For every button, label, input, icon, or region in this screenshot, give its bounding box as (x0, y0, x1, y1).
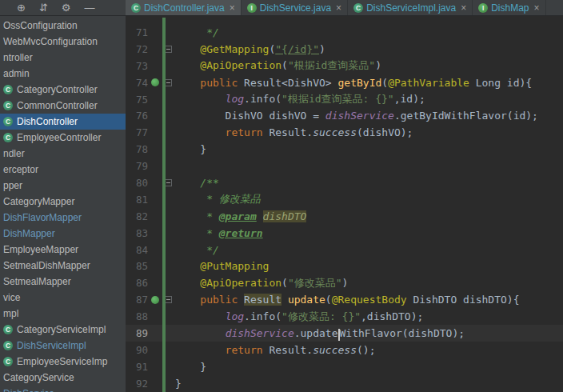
line-number: 86 (126, 277, 148, 289)
tab-label: DishServiceImpl.java (366, 2, 456, 14)
code-line-91[interactable]: 91 } (126, 358, 563, 375)
code-line-90[interactable]: 90 return Result.success(); (126, 342, 563, 358)
code-text: return Result.success(dishVO); (175, 126, 413, 138)
sort-icon[interactable]: ⇵ (39, 0, 48, 16)
project-item-webmvcconfiguration[interactable]: WebMvcConfiguration (0, 34, 126, 50)
project-item-ossconfiguration[interactable]: OssConfiguration (0, 18, 126, 34)
code-text: /** (175, 177, 219, 189)
project-item-categorycontroller[interactable]: CCategoryController (0, 82, 126, 98)
code-line-82[interactable]: 82 * @param dishDTO (126, 208, 563, 225)
project-item-setmealdishmapper[interactable]: SetmealDishMapper (0, 258, 126, 274)
code-text: DishVO dishVO = dishService.getByIdWithF… (175, 110, 538, 122)
project-item-employeemapper[interactable]: EmployeeMapper (0, 242, 126, 258)
project-item-setmealmapper[interactable]: SetmealMapper (0, 274, 126, 290)
project-item-label: EmployeeController (17, 132, 101, 143)
code-line-80[interactable]: 80 /** (126, 174, 563, 191)
code-line-76[interactable]: 76 DishVO dishVO = dishService.getByIdWi… (126, 107, 563, 124)
project-item-categoryservice[interactable]: CategoryService (0, 370, 126, 386)
code-line-73[interactable]: 73 @ApiOperation("根据id查询菜品") (126, 58, 563, 74)
project-item-admin[interactable]: admin (0, 66, 126, 82)
code-line-92[interactable]: 92} (126, 375, 563, 392)
tab-strip: CDishController.java×IDishService.java×C… (126, 0, 563, 15)
project-item-ndler[interactable]: ndler (0, 146, 126, 162)
code-line-83[interactable]: 83 * @return (126, 225, 563, 242)
project-item-dishcontroller[interactable]: CDishController (0, 114, 126, 130)
code-text: dishService.updateWithFlavor(dishDTO); (175, 327, 465, 339)
project-item-ntroller[interactable]: ntroller (0, 50, 126, 66)
code-line-72[interactable]: 72 @GetMapping("{/id}") (126, 41, 563, 58)
project-item-employeeserviceimp[interactable]: CEmployeeServiceImp (0, 354, 126, 370)
hide-panel-icon[interactable]: — (84, 0, 94, 16)
fold-collapse-icon[interactable] (165, 296, 172, 303)
code-text: log.info("修改菜品: {}",dishDTO); (175, 310, 423, 324)
code-editor[interactable]: 71 */72 @GetMapping("{/id}")73 @ApiOpera… (126, 16, 563, 392)
close-tab-icon[interactable]: × (534, 2, 540, 14)
project-item-categoryserviceimpl[interactable]: CCategoryServiceImpl (0, 322, 126, 338)
code-text: * @param dishDTO (175, 210, 306, 222)
code-line-87[interactable]: 87 public Result update(@RequestBody Dis… (126, 291, 563, 308)
project-item-label: SetmealMapper (3, 276, 71, 287)
project-item-label: mpl (3, 308, 18, 319)
project-item-label: vice (3, 292, 20, 303)
line-number: 91 (126, 361, 148, 373)
tab-dishserviceimpl-java[interactable]: CDishServiceImpl.java× (348, 0, 473, 15)
close-tab-icon[interactable]: × (336, 2, 341, 14)
code-line-79[interactable]: 79 (126, 158, 563, 174)
line-number: 79 (126, 160, 148, 172)
code-text: } (175, 361, 206, 373)
code-line-85[interactable]: 85 @PutMapping (126, 258, 563, 274)
code-text: public Result<DishVO> getById(@PathVaria… (175, 77, 532, 89)
fold-collapse-icon[interactable] (165, 79, 172, 86)
project-item-erceptor[interactable]: erceptor (0, 162, 126, 178)
tab-dishcontroller-java[interactable]: CDishController.java× (126, 0, 242, 15)
code-line-81[interactable]: 81 * 修改菜品 (126, 191, 563, 208)
project-item-dishflavormapper[interactable]: DishFlavorMapper (0, 210, 126, 226)
code-line-71[interactable]: 71 */ (126, 24, 563, 41)
text-caret (338, 329, 340, 341)
line-number: 77 (126, 126, 148, 138)
file-class-icon: C (353, 3, 363, 13)
class-icon: C (3, 101, 13, 110)
project-item-label: ntroller (3, 52, 33, 63)
project-item-vice[interactable]: vice (0, 290, 126, 306)
code-line-75[interactable]: 75 log.info("根据id查询菜品: {}",id); (126, 91, 563, 108)
project-item-dishservice[interactable]: DishService (0, 386, 126, 392)
project-item-label: ndler (3, 148, 25, 159)
tab-dishservice-java[interactable]: IDishService.java× (242, 0, 348, 15)
locate-file-icon[interactable]: ⊕ (17, 0, 26, 16)
line-number: 71 (126, 26, 148, 38)
project-item-mpl[interactable]: mpl (0, 306, 126, 322)
code-line-74[interactable]: 74 public Result<DishVO> getById(@PathVa… (126, 74, 563, 91)
project-item-label: admin (3, 68, 30, 79)
project-item-employeecontroller[interactable]: CEmployeeController (0, 130, 126, 146)
line-number: 73 (126, 60, 148, 72)
close-tab-icon[interactable]: × (230, 2, 235, 14)
class-icon: C (3, 325, 13, 334)
request-mapping-icon[interactable] (151, 78, 159, 86)
fold-collapse-icon[interactable] (165, 46, 172, 53)
tab-label: DishService.java (260, 2, 331, 14)
code-line-78[interactable]: 78 } (126, 141, 563, 158)
code-line-86[interactable]: 86 @ApiOperation("修改菜品") (126, 274, 563, 291)
ide-window: ⊕⇵⚙— CDishController.java×IDishService.j… (0, 0, 563, 392)
code-line-84[interactable]: 84 */ (126, 242, 563, 258)
line-number: 85 (126, 260, 148, 272)
code-line-89[interactable]: 89 dishService.updateWithFlavor(dishDTO)… (126, 325, 563, 342)
project-item-dishmapper[interactable]: DishMapper (0, 226, 126, 242)
project-item-categorymapper[interactable]: CategoryMapper (0, 194, 126, 210)
fold-collapse-icon[interactable] (165, 179, 172, 186)
project-item-label: CategoryService (3, 372, 74, 383)
code-text: * 修改菜品 (175, 192, 261, 206)
request-mapping-icon[interactable] (151, 296, 159, 304)
project-item-dishserviceimpl[interactable]: CDishServiceImpl (0, 338, 126, 354)
project-item-commoncontroller[interactable]: CCommonController (0, 98, 126, 114)
project-item-label: DishFlavorMapper (3, 212, 82, 223)
project-item-label: erceptor (3, 164, 38, 175)
tab-dishmap[interactable]: IDishMap× (473, 0, 545, 15)
close-tab-icon[interactable]: × (461, 2, 466, 14)
settings-gear-icon[interactable]: ⚙ (62, 0, 71, 16)
line-number: 78 (126, 143, 148, 155)
code-line-77[interactable]: 77 return Result.success(dishVO); (126, 124, 563, 141)
project-item-pper[interactable]: pper (0, 178, 126, 194)
code-line-88[interactable]: 88 log.info("修改菜品: {}",dishDTO); (126, 308, 563, 325)
